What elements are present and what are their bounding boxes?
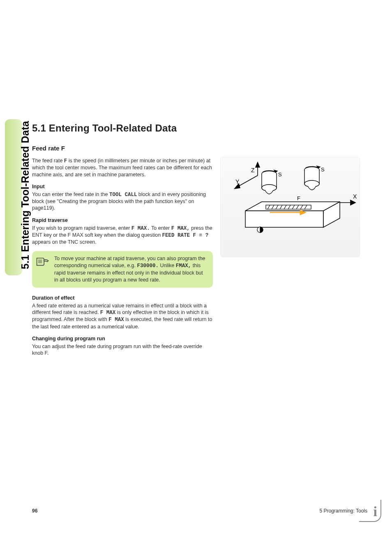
spindle-label-s2: S [321, 166, 325, 173]
page-footer: 96 5 Programming: Tools [32, 508, 367, 514]
axis-label-y: Y [235, 178, 240, 185]
intro-paragraph: The feed rate F is the speed (in millime… [32, 157, 213, 178]
svg-line-5 [237, 175, 258, 187]
subheading-duration: Duration of effect [32, 295, 213, 301]
content-column: 5.1 Entering Tool-Related Data Feed rate… [32, 122, 213, 362]
svg-marker-4 [256, 162, 260, 167]
note-box: To move your machine at rapid traverse, … [32, 251, 213, 288]
text: If you wish to program rapid traverse, e… [32, 225, 131, 231]
duration-paragraph: A feed rate entered as a numerical value… [32, 302, 213, 330]
f30000-keyword: F30000. [137, 263, 159, 269]
rapid-paragraph: If you wish to program rapid traverse, e… [32, 225, 213, 246]
feed-label-f: F [297, 195, 300, 201]
feed-diagram-svg: Z Y X F [221, 157, 360, 258]
text: You can enter the feed rate in the [32, 192, 109, 197]
info-badge-corner [359, 500, 381, 522]
feed-rate-prompt: FEED RATE F = ? [162, 233, 209, 238]
svg-point-29 [304, 180, 319, 187]
axis-label-z: Z [251, 167, 255, 173]
svg-marker-8 [350, 200, 355, 205]
text: appears on the TNC screen. [32, 239, 97, 245]
tool-call-keyword: TOOL CALL [109, 192, 137, 198]
subheading-changing: Changing during program run [32, 336, 213, 342]
note-hand-icon [36, 256, 49, 267]
svg-point-26 [262, 185, 277, 191]
svg-marker-10 [245, 211, 323, 227]
fmax-keyword: F MAX. [131, 226, 150, 231]
page-title: 5.1 Entering Tool-Related Data [32, 122, 213, 134]
subheading-rapid: Rapid traverse [32, 217, 213, 223]
sidebar-tab-label: 5.1 Entering Tool-Related Data [19, 121, 31, 269]
fmax-keyword: F MAX, [171, 226, 190, 231]
fmax-keyword: F MAX [108, 317, 124, 323]
feed-diagram: Z Y X F [220, 157, 360, 257]
input-paragraph: You can enter the feed rate in the TOOL … [32, 191, 213, 212]
info-badge: i [359, 500, 381, 522]
fmax-keyword: FMAX, [176, 263, 191, 269]
note-text: Unlike [159, 263, 176, 268]
text: The feed rate [32, 158, 64, 164]
section-heading: Feed rate F [32, 145, 213, 152]
subheading-input: Input [32, 184, 213, 189]
spindle-label-s1: S [278, 171, 282, 178]
page-number: 96 [32, 508, 37, 514]
axis-label-x: X [353, 193, 357, 200]
info-icon: i [374, 504, 377, 519]
fmax-keyword: F MAX [100, 310, 116, 316]
changing-paragraph: You can adjust the feed rate during prog… [32, 343, 213, 357]
text: To enter [150, 225, 171, 231]
